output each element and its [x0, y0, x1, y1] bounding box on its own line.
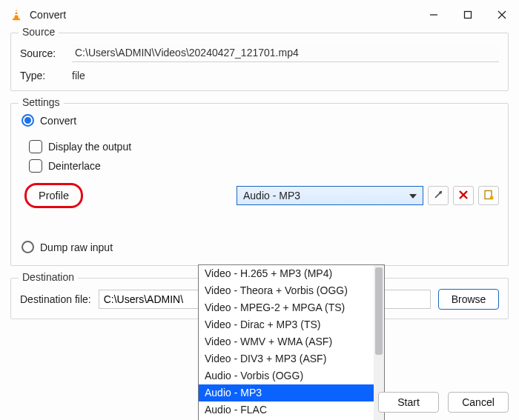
svg-rect-1	[14, 14, 19, 16]
deinterlace-checkbox[interactable]	[29, 159, 42, 173]
maximize-button[interactable]	[451, 0, 485, 30]
window-title: Convert	[30, 9, 417, 21]
display-output-label: Display the output	[48, 141, 131, 153]
x-icon	[458, 190, 469, 202]
close-button[interactable]	[485, 0, 519, 30]
profile-option[interactable]: Video - DIV3 + MP3 (ASF)	[199, 350, 384, 367]
source-group: Source Source: Type: file	[10, 33, 509, 91]
convert-radio-label: Convert	[40, 115, 76, 127]
destination-file-label: Destination file:	[20, 293, 91, 305]
profile-option[interactable]: Video - Dirac + MP3 (TS)	[199, 316, 384, 333]
vlc-cone-icon	[9, 8, 24, 21]
dump-raw-radio[interactable]	[22, 241, 34, 253]
type-value: file	[72, 70, 85, 81]
settings-group-label: Settings	[19, 96, 64, 108]
new-doc-icon	[483, 190, 494, 202]
new-profile-button[interactable]	[478, 186, 499, 205]
dropdown-scroll-thumb[interactable]	[375, 267, 383, 355]
svg-point-10	[490, 196, 494, 199]
display-output-checkbox[interactable]	[29, 140, 42, 153]
profile-option[interactable]: Audio - FLAC	[199, 401, 384, 419]
wrench-icon	[432, 189, 444, 203]
profile-option[interactable]: Audio - Vorbis (OGG)	[199, 367, 384, 384]
convert-radio[interactable]	[22, 114, 34, 127]
titlebar: Convert	[0, 0, 519, 30]
profile-option[interactable]: Video - WMV + WMA (ASF)	[199, 333, 384, 350]
profile-label: Profile	[24, 183, 83, 208]
browse-button[interactable]: Browse	[438, 289, 499, 310]
profile-option[interactable]: Video - MPEG-2 + MPGA (TS)	[199, 299, 384, 316]
profile-option[interactable]: Video - Theora + Vorbis (OGG)	[199, 282, 384, 299]
type-label: Type:	[20, 70, 65, 81]
delete-profile-button[interactable]	[453, 186, 474, 205]
svg-rect-0	[15, 11, 19, 13]
cancel-button[interactable]: Cancel	[448, 392, 509, 413]
source-label: Source:	[20, 47, 65, 59]
profile-combobox[interactable]: Audio - MP3	[237, 186, 423, 205]
profile-dropdown-list[interactable]: Video - H.265 + MP3 (MP4)Video - Theora …	[198, 264, 385, 420]
svg-rect-4	[465, 12, 472, 19]
deinterlace-label: Deinterlace	[48, 160, 101, 172]
start-button[interactable]: Start	[378, 392, 439, 413]
dump-raw-label: Dump raw input	[40, 241, 113, 253]
edit-profile-button[interactable]	[428, 186, 449, 205]
minimize-button[interactable]	[417, 0, 451, 30]
destination-group-label: Destination	[19, 271, 78, 283]
profile-option[interactable]: Video - H.265 + MP3 (MP4)	[199, 265, 384, 282]
svg-rect-2	[13, 19, 20, 20]
source-group-label: Source	[19, 26, 59, 38]
profile-option[interactable]: Audio - MP3	[199, 384, 384, 401]
source-path-field[interactable]	[72, 44, 499, 62]
settings-group: Settings Convert Display the output Dein…	[10, 103, 509, 266]
